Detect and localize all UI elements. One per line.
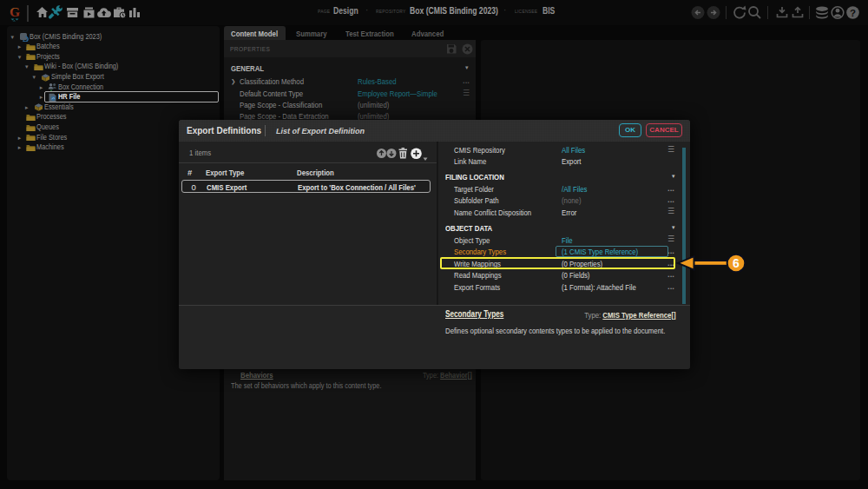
svg-text:6: 6 xyxy=(733,256,740,270)
